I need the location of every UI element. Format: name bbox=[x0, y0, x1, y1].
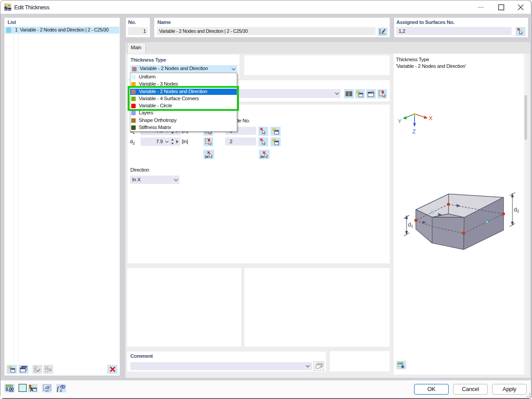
svg-text:d1: d1 bbox=[408, 221, 413, 228]
svg-text:2x: 2x bbox=[260, 155, 264, 159]
svg-text:Z: Z bbox=[412, 128, 416, 135]
svg-text:d2: d2 bbox=[514, 206, 519, 213]
svg-text:X: X bbox=[429, 115, 433, 121]
svg-text:2x: 2x bbox=[205, 155, 209, 159]
svg-text:0.00: 0.00 bbox=[5, 387, 14, 392]
svg-text:Y: Y bbox=[398, 118, 402, 125]
svg-text:f: f bbox=[57, 385, 59, 392]
